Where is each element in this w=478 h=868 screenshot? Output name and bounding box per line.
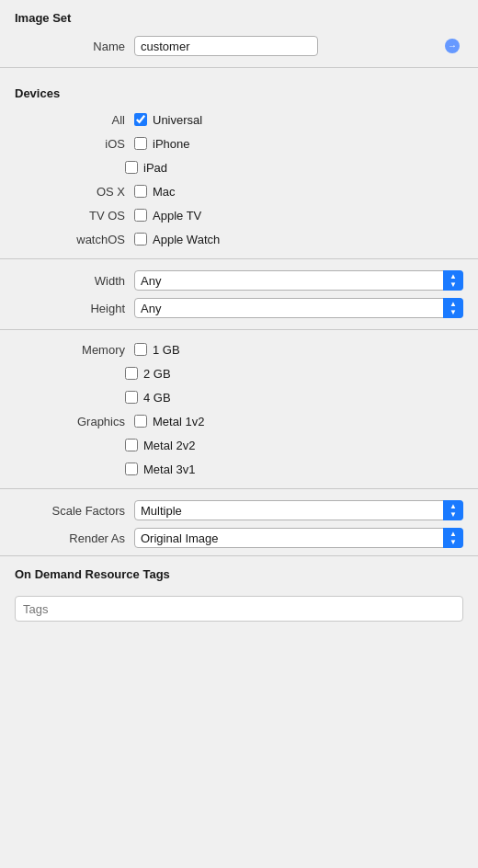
applewatch-row: watchOS Apple Watch — [0, 227, 478, 251]
iphone-item: iPhone — [134, 137, 189, 151]
render-as-select-wrapper: Original Image Template Image Default ▲ … — [134, 528, 463, 548]
ipad-row: iPad — [0, 155, 478, 179]
width-label: Width — [15, 274, 125, 288]
panel: Image Set Name Devices All Universal iOS… — [0, 0, 478, 868]
appletv-checkbox[interactable] — [134, 209, 147, 222]
metal2v2-item: Metal 2v2 — [125, 439, 195, 452]
on-demand-section: On Demand Resource Tags — [0, 555, 478, 629]
metal3v1-row: Metal 3v1 — [0, 457, 478, 481]
scale-factors-label: Scale Factors — [15, 504, 125, 518]
render-as-select[interactable]: Original Image Template Image Default — [134, 528, 463, 548]
appletv-row: TV OS Apple TV — [0, 203, 478, 227]
devices-header: Devices — [0, 75, 478, 108]
render-as-row: Render As Original Image Template Image … — [0, 524, 478, 552]
metal1v2-row: Graphics Metal 1v2 — [0, 409, 478, 433]
graphics-label: Graphics — [15, 415, 125, 428]
ios-label: iOS — [15, 137, 125, 151]
memory-1gb-row: Memory 1 GB — [0, 337, 478, 361]
name-input-wrapper — [134, 36, 463, 56]
name-arrow-button[interactable] — [445, 39, 460, 53]
universal-checkbox[interactable] — [134, 113, 147, 126]
ipad-checkbox[interactable] — [125, 161, 138, 174]
memory-2gb-row: 2 GB — [0, 361, 478, 385]
height-select[interactable]: Any Compact Regular — [134, 298, 463, 318]
metal2v2-checkbox[interactable] — [125, 439, 138, 451]
iphone-label: iPhone — [153, 137, 189, 151]
ipad-label: iPad — [143, 161, 167, 175]
mem2gb-item: 2 GB — [125, 367, 171, 381]
memory-4gb-row: 4 GB — [0, 385, 478, 409]
iphone-checkbox[interactable] — [134, 137, 147, 150]
metal1v2-label: Metal 1v2 — [153, 415, 204, 428]
mem1gb-item: 1 GB — [134, 343, 180, 357]
divider-2 — [0, 258, 478, 259]
watchos-label: watchOS — [15, 233, 125, 246]
mac-checkbox[interactable] — [134, 185, 147, 198]
width-select-wrapper: Any Compact Regular ▲ ▼ — [134, 270, 463, 291]
appletv-item: Apple TV — [134, 209, 201, 223]
mem1gb-checkbox[interactable] — [134, 343, 147, 356]
on-demand-header: On Demand Resource Tags — [0, 556, 478, 588]
mac-item: Mac — [134, 185, 176, 199]
metal2v2-row: Metal 2v2 — [0, 433, 478, 457]
scale-factors-select-wrapper: Multiple Individual ▲ ▼ — [134, 500, 463, 520]
metal3v1-checkbox[interactable] — [125, 463, 138, 475]
mem4gb-item: 4 GB — [125, 391, 171, 405]
mem2gb-label: 2 GB — [143, 367, 171, 381]
metal1v2-checkbox[interactable] — [134, 415, 147, 428]
mem2gb-checkbox[interactable] — [125, 367, 138, 380]
universal-label: Universal — [153, 113, 202, 127]
iphone-row: iOS iPhone — [0, 131, 478, 155]
applewatch-label: Apple Watch — [153, 233, 220, 246]
mem4gb-checkbox[interactable] — [125, 391, 138, 404]
divider-1 — [0, 67, 478, 68]
metal3v1-label: Metal 3v1 — [143, 463, 195, 476]
applewatch-item: Apple Watch — [134, 233, 220, 246]
scale-factors-select[interactable]: Multiple Individual — [134, 500, 463, 520]
width-row: Width Any Compact Regular ▲ ▼ — [0, 267, 478, 294]
width-select[interactable]: Any Compact Regular — [134, 270, 463, 291]
mac-row: OS X Mac — [0, 179, 478, 203]
name-row: Name — [0, 32, 478, 60]
mem1gb-label: 1 GB — [153, 343, 180, 357]
scale-factors-row: Scale Factors Multiple Individual ▲ ▼ — [0, 497, 478, 524]
metal1v2-item: Metal 1v2 — [134, 415, 204, 428]
mem4gb-label: 4 GB — [143, 391, 171, 405]
metal3v1-item: Metal 3v1 — [125, 463, 195, 476]
divider-3 — [0, 329, 478, 330]
applewatch-checkbox[interactable] — [134, 233, 147, 246]
tags-row — [0, 588, 478, 629]
height-select-wrapper: Any Compact Regular ▲ ▼ — [134, 298, 463, 318]
height-label: Height — [15, 302, 125, 315]
appletv-label: Apple TV — [153, 209, 201, 223]
name-input[interactable] — [134, 36, 318, 56]
image-set-header: Image Set — [0, 0, 478, 32]
tags-input[interactable] — [15, 596, 463, 622]
tvos-label: TV OS — [15, 209, 125, 223]
all-label: All — [15, 113, 125, 127]
render-as-label: Render As — [15, 531, 125, 545]
osx-label: OS X — [15, 185, 125, 199]
height-row: Height Any Compact Regular ▲ ▼ — [0, 294, 478, 322]
metal2v2-label: Metal 2v2 — [143, 439, 195, 452]
universal-row: All Universal — [0, 108, 478, 131]
mac-label: Mac — [153, 185, 176, 199]
memory-label: Memory — [15, 343, 125, 357]
divider-4 — [0, 488, 478, 489]
name-label: Name — [15, 40, 125, 53]
ipad-item: iPad — [125, 161, 167, 175]
universal-item: Universal — [134, 113, 202, 127]
